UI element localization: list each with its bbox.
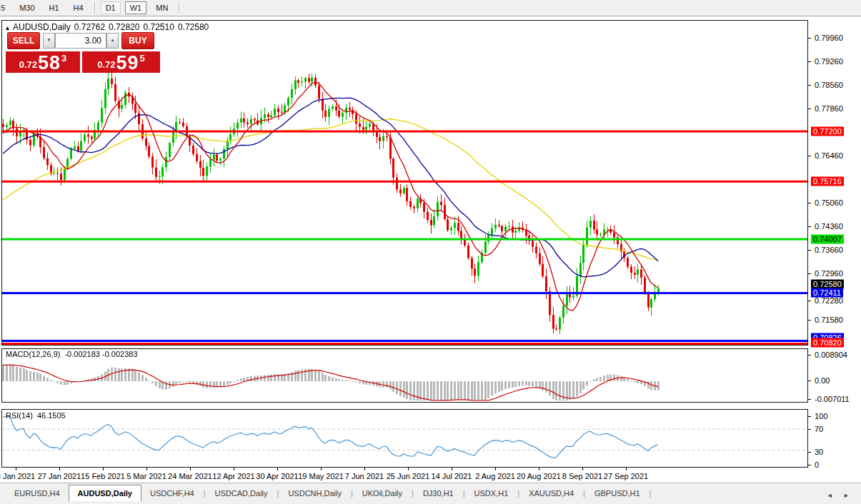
time-axis-tick: [190, 468, 191, 470]
date-label: 8 Jan 2021: [0, 472, 35, 480]
ohlc-open: 0.72762: [74, 22, 105, 32]
time-axis-tick: [321, 468, 322, 470]
timeframe-button-5[interactable]: 5: [0, 1, 10, 14]
date-label: 24 Mar 2021: [168, 472, 212, 480]
price-axis-tick: [808, 399, 811, 400]
timeframe-button-h1[interactable]: H1: [44, 1, 64, 14]
time-axis-tick: [103, 468, 104, 470]
tab-scroll-right-icon[interactable]: ►: [843, 492, 850, 499]
tab-separator: |: [649, 485, 652, 502]
volume-increase-button[interactable]: ▲: [106, 33, 119, 49]
tab-usdcad-daily[interactable]: USDCAD,Daily: [206, 485, 277, 502]
timeframe-button-mn[interactable]: MN: [151, 1, 173, 14]
ohlc-low: 0.72510: [144, 22, 174, 32]
date-label: 5 Mar 2021: [126, 472, 166, 480]
tab-usdx-h1[interactable]: USDX,H1: [466, 485, 517, 502]
tab-xauusd-h4[interactable]: XAUUSD,H4: [520, 485, 582, 502]
buy-button[interactable]: BUY: [121, 32, 154, 49]
time-axis-tick: [495, 468, 496, 470]
sell-price-pip: 3: [61, 53, 66, 64]
price-axis-tick: [808, 465, 811, 465]
rsi-panel: [1, 409, 808, 468]
price-tick-label: 0.79260: [815, 57, 843, 66]
toolbar-separator: [94, 2, 95, 14]
ohlc-high: 0.72820: [109, 22, 139, 32]
window-bottom-edge: [0, 501, 861, 504]
time-axis-tick: [146, 468, 147, 470]
price-axis-tick: [808, 355, 811, 356]
date-label: 8 Sep 2021: [562, 472, 602, 480]
time-axis-tick: [277, 468, 278, 470]
time-axis-tick: [16, 468, 16, 470]
timeframe-toolbar: 5M30H1H4D1W1MN: [0, 0, 861, 16]
tab-scroll-arrows: ◄ ►: [818, 492, 850, 499]
symbol-tabs: EURUSD,H4AUDUSD,DailyUSDCHF,H4|USDCAD,Da…: [0, 483, 861, 502]
price-tick-label: 0.71580: [815, 316, 843, 324]
time-axis-tick: [452, 468, 452, 470]
price-tick-label: 0.78560: [815, 81, 843, 89]
price-level-label: 0.72411: [811, 288, 843, 298]
time-axis-tick: [408, 468, 409, 470]
date-label: 25 Jun 2021: [387, 472, 430, 480]
date-label: 12 Apr 2021: [212, 472, 254, 480]
price-tick-label: 0.74360: [815, 222, 843, 231]
buy-price-pip: 5: [140, 53, 145, 64]
tab-ukoil-daily[interactable]: UKOil,Daily: [354, 485, 411, 502]
sell-price-tile[interactable]: 0.72 58 3: [6, 51, 80, 73]
date-label: 14 Jul 2021: [432, 472, 472, 480]
tab-audusd-daily[interactable]: AUDUSD,Daily: [69, 485, 141, 502]
time-axis-tick: [539, 468, 539, 470]
rsi-indicator-canvas[interactable]: [2, 410, 807, 467]
price-axis-tick: [808, 38, 811, 39]
price-tick-label: 0.76460: [815, 151, 843, 160]
timeframe-button-m30[interactable]: M30: [14, 1, 39, 14]
price-level-label: 0.74007: [811, 235, 844, 244]
time-axis-tick: [364, 468, 365, 470]
timeframe-button-w1[interactable]: W1: [125, 1, 147, 14]
time-axis-tick: [234, 468, 234, 470]
tab-scroll-left-icon[interactable]: ◄: [827, 492, 833, 499]
sell-button[interactable]: SELL: [7, 32, 40, 49]
price-tick-label: 0.75060: [815, 198, 843, 207]
price-level-label: 0.70820: [811, 338, 844, 348]
price-tick-label: 0.00: [815, 376, 830, 385]
price-axis-tick: [808, 429, 811, 430]
time-axis-tick: [626, 468, 627, 470]
buy-price-big: 59: [116, 54, 139, 72]
time-axis-tick: [59, 468, 60, 470]
ohlc-close: 0.72580: [178, 22, 209, 32]
price-axis-tick: [808, 320, 811, 321]
volume-input[interactable]: [55, 33, 106, 49]
price-level-label: 0.77200: [811, 127, 844, 136]
price-axis: 0.799600.792600.785600.778600.764600.750…: [808, 17, 861, 481]
macd-label: MACD(12,26,9)-0.002183 -0.002383: [6, 350, 142, 358]
collapse-icon[interactable]: ▴: [6, 24, 9, 31]
time-axis: 8 Jan 202127 Jan 202115 Feb 20215 Mar 20…: [0, 468, 808, 482]
price-tick-label: 0.72960: [815, 269, 843, 278]
rsi-label: RSI(14)46.1505: [6, 411, 70, 420]
tab-dj30-h1[interactable]: DJ30,H1: [414, 485, 462, 502]
chart-title: ▴AUDUSD,Daily0.727620.728200.725100.7258…: [6, 22, 212, 32]
volume-decrease-button[interactable]: ▼: [43, 33, 55, 49]
price-axis-tick: [808, 452, 811, 453]
timeframe-button-d1[interactable]: D1: [101, 1, 121, 14]
price-axis-tick: [808, 85, 811, 86]
tab-eurusd-h4[interactable]: EURUSD,H4: [6, 485, 69, 502]
date-label: 27 Jan 2021: [38, 472, 81, 480]
date-label: 20 Aug 2021: [517, 472, 561, 480]
price-axis-tick: [808, 109, 811, 109]
price-tick-label: 0.73660: [815, 246, 843, 254]
date-label: 30 Apr 2021: [256, 472, 298, 480]
price-tick-label: 0.008904: [815, 351, 847, 359]
tab-usdcnh-daily[interactable]: USDCNH,Daily: [279, 485, 350, 502]
date-label: 19 May 2021: [298, 472, 344, 480]
tab-usdchf-h4[interactable]: USDCHF,H4: [141, 485, 203, 502]
timeframe-button-h4[interactable]: H4: [69, 1, 89, 14]
tab-gbpusd-h1[interactable]: GBPUSD,H1: [586, 485, 649, 502]
price-tick-label: 0: [815, 460, 819, 469]
rsi-value: 46.1505: [37, 411, 66, 420]
toolbar-separator: [179, 2, 179, 14]
price-axis-tick: [808, 156, 811, 156]
buy-price-tile[interactable]: 0.72 59 5: [82, 51, 160, 73]
price-tick-label: 70: [815, 425, 823, 433]
